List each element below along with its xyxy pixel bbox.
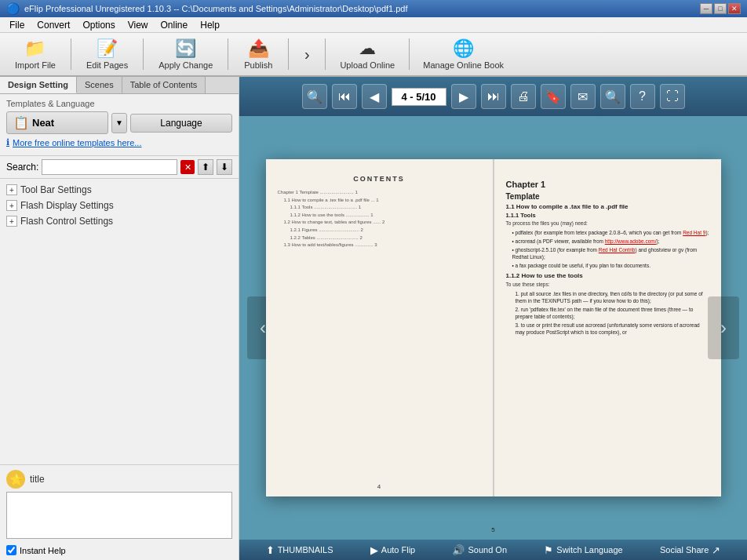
left-page-number: 4 (377, 483, 381, 490)
close-button[interactable]: ✕ (728, 3, 741, 14)
tree-label-toolbar: Tool Bar Settings (20, 184, 92, 195)
bookmark-button[interactable]: 🔖 (541, 84, 566, 109)
fullscreen-button[interactable]: ⛶ (660, 84, 685, 109)
templates-section: Templates & Language 📋 Neat ▼ Language ℹ… (0, 94, 239, 156)
menu-help[interactable]: Help (194, 18, 226, 32)
import-file-button[interactable]: 📁 Import File (6, 35, 64, 73)
tree-item-flash-control[interactable]: + Flash Control Settings (0, 213, 239, 229)
tab-scenes[interactable]: Scenes (77, 77, 122, 93)
menu-convert[interactable]: Convert (31, 18, 76, 32)
tree-expand-flash-display[interactable]: + (6, 200, 17, 211)
publish-label: Publish (244, 60, 272, 70)
autoflip-label: Auto Flip (381, 545, 415, 555)
last-page-button[interactable]: ⏭ (481, 84, 506, 109)
upload-online-button[interactable]: ☁ Upload Online (332, 35, 403, 73)
more-templates-link[interactable]: ℹ More free online templates here... (6, 134, 232, 151)
thumbnails-button[interactable]: ⬆ THUMBNAILS (260, 543, 340, 558)
menu-online[interactable]: Online (155, 18, 195, 32)
toolbar-separator-4 (288, 38, 289, 70)
toolbar-separator-6 (409, 38, 410, 70)
prev-page-button[interactable]: ◀ (362, 84, 387, 109)
print-button[interactable]: 🖨 (511, 84, 536, 109)
upload-icon: ☁ (359, 38, 376, 59)
subsection-1-1-title: 1.1.1 Tools (506, 212, 709, 219)
title-icon: ⭐ (6, 470, 25, 489)
menu-options[interactable]: Options (76, 18, 121, 32)
search-viewer-button[interactable]: 🔍 (600, 84, 625, 109)
language-button[interactable]: Language (130, 114, 232, 133)
autoflip-button[interactable]: ▶ Auto Flip (364, 543, 421, 558)
search-prev-button[interactable]: ⬆ (198, 159, 213, 175)
more-button[interactable]: › (295, 35, 319, 73)
tools-text: To use these steps: (506, 281, 709, 288)
instant-help-checkbox[interactable] (6, 545, 16, 555)
sound-button[interactable]: 🔊 Sound On (446, 543, 513, 558)
social-share-button[interactable]: Social Share ↗ (654, 543, 727, 558)
search-label: Search: (6, 162, 38, 173)
toolbar-separator-3 (228, 38, 228, 70)
tree-label-flash-control: Flash Control Settings (20, 216, 113, 227)
tab-table-of-contents[interactable]: Table of Contents (122, 77, 206, 93)
thumbnails-label: THUMBNAILS (278, 545, 333, 555)
import-icon: 📁 (24, 38, 46, 59)
search-next-button[interactable]: ⬇ (217, 159, 232, 175)
step-3: 3. to use or print the result use acrore… (506, 322, 709, 336)
zoom-in-button[interactable]: 🔍 (302, 84, 327, 109)
tree-section: + Tool Bar Settings + Flash Display Sett… (0, 179, 239, 464)
panel-tabs: Design Setting Scenes Table of Contents (0, 77, 239, 94)
next-page-button[interactable]: ▶ (451, 84, 476, 109)
maximize-button[interactable]: □ (714, 3, 727, 14)
instant-help-label[interactable]: Instant Help (6, 545, 66, 555)
tree-label-flash-display: Flash Display Settings (20, 200, 114, 211)
import-label: Import File (15, 60, 56, 70)
switch-language-button[interactable]: ⚑ Switch Language (537, 543, 629, 558)
page-indicator: 4 - 5/10 (392, 88, 446, 106)
template-button[interactable]: 📋 Neat (6, 111, 108, 134)
nav-right-button[interactable]: › (708, 296, 739, 359)
info-icon: ℹ (6, 137, 9, 147)
manage-online-button[interactable]: 🌐 Manage Online Book (416, 35, 511, 73)
search-input[interactable] (42, 159, 177, 175)
title-textarea[interactable] (6, 492, 232, 539)
sound-icon: 🔊 (452, 544, 465, 556)
menubar: File Convert Options View Online Help (0, 17, 747, 33)
edit-pages-button[interactable]: 📝 Edit Pages (78, 35, 137, 73)
email-button[interactable]: ✉ (570, 84, 596, 109)
apply-icon: 🔄 (175, 38, 196, 59)
tools-intro: To process the files you (may) need: (506, 220, 709, 227)
autoflip-icon: ▶ (370, 544, 378, 556)
manage-icon: 🌐 (453, 38, 474, 59)
main-area: Design Setting Scenes Table of Contents … (0, 77, 747, 560)
language-flag-icon: ⚑ (544, 544, 553, 556)
minimize-button[interactable]: ─ (700, 3, 712, 14)
tree-expand-flash-control[interactable]: + (6, 216, 17, 227)
tree-item-toolbar[interactable]: + Tool Bar Settings (0, 182, 239, 198)
tab-design-setting[interactable]: Design Setting (0, 77, 77, 93)
publish-button[interactable]: 📤 Publish (235, 35, 282, 73)
apply-label: Apply Change (159, 60, 213, 70)
bullet-4: • a fax package could be useful, if you … (506, 262, 709, 269)
tree-item-flash-display[interactable]: + Flash Display Settings (0, 198, 239, 213)
book-spread: CONTENTS Chapter 1 Template ............… (266, 159, 721, 496)
toolbar-separator-2 (143, 38, 144, 70)
menu-view[interactable]: View (122, 18, 155, 32)
instant-help-text: Instant Help (20, 546, 66, 555)
language-label: Switch Language (556, 545, 622, 555)
template-dropdown[interactable]: ▼ (111, 113, 127, 133)
apply-change-button[interactable]: 🔄 Apply Change (150, 35, 221, 73)
tree-expand-toolbar[interactable]: + (6, 184, 17, 195)
sound-label: Sound On (468, 545, 507, 555)
app-icon: 🔵 (6, 2, 20, 15)
help-button[interactable]: ? (630, 84, 655, 109)
bullet-1: • pdflatex (for example from tetex packa… (506, 229, 709, 236)
edit-icon: 📝 (97, 38, 118, 59)
search-clear-button[interactable]: ✕ (180, 160, 195, 174)
menu-file[interactable]: File (3, 18, 31, 32)
instant-help-section: Instant Help (6, 545, 232, 555)
titlebar-left: 🔵 eFlip Professional Unregistered 1.10.3… (6, 2, 408, 15)
section-1-title: 1.1 How to compile a .tax file to a .pdf… (506, 203, 709, 210)
title-section: ⭐ title (6, 470, 232, 489)
template-row: 📋 Neat ▼ Language (6, 111, 232, 134)
step-1: 1. put all source .tex files in one dire… (506, 290, 709, 304)
first-page-button[interactable]: ⏮ (332, 84, 357, 109)
